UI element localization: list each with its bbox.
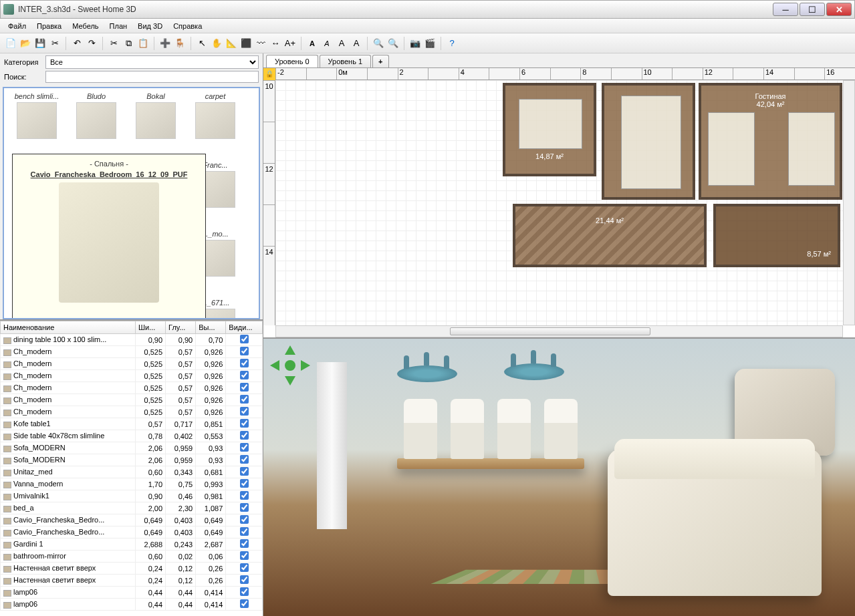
room-living[interactable]: Гостиная 42,04 м² [699, 83, 842, 200]
open-icon[interactable]: 📂 [19, 37, 32, 50]
maximize-button[interactable]: ☐ [800, 3, 825, 16]
visible-checkbox[interactable] [240, 347, 249, 355]
text-icon[interactable]: A+ [283, 37, 297, 50]
table-header[interactable]: Глу... [166, 321, 196, 334]
visible-checkbox[interactable] [240, 443, 249, 452]
visible-checkbox[interactable] [240, 599, 249, 608]
visible-checkbox[interactable] [240, 575, 249, 584]
plan-scrollbar-h[interactable] [275, 325, 843, 337]
tab-level1[interactable]: Уровень 1 [320, 55, 372, 67]
video-icon[interactable]: 🎬 [423, 37, 437, 50]
italic-icon[interactable]: A [320, 37, 334, 50]
minimize-button[interactable]: ─ [773, 3, 798, 16]
room-hall[interactable]: 21,44 м² [513, 204, 707, 267]
polyline-icon[interactable]: 〰 [254, 37, 267, 50]
table-header[interactable]: Вы... [196, 321, 226, 334]
bold-icon[interactable]: A [306, 37, 319, 50]
select-icon[interactable]: ↖ [195, 37, 209, 50]
visible-checkbox[interactable] [240, 467, 249, 476]
photo-icon[interactable]: 📷 [408, 37, 422, 50]
visible-checkbox[interactable] [240, 407, 249, 416]
visible-checkbox[interactable] [240, 371, 249, 379]
dimension-icon[interactable]: ↔ [269, 37, 282, 50]
wall-icon[interactable]: 📐 [225, 37, 238, 50]
help-icon[interactable]: ? [445, 37, 459, 50]
table-row[interactable]: Gardini 1 2,6880,2432,687 [1, 538, 263, 551]
visible-checkbox[interactable] [240, 491, 249, 500]
visible-checkbox[interactable] [240, 419, 249, 428]
visible-checkbox[interactable] [240, 383, 249, 392]
catalog-list[interactable]: bench slimli...BludoBokalcarpetCa...Fran… [3, 87, 260, 319]
cut-icon[interactable]: ✂ [107, 37, 120, 50]
new-icon[interactable]: 📄 [4, 37, 17, 50]
copy-icon[interactable]: ⧉ [122, 37, 135, 50]
table-row[interactable]: Ch_modern 0,5250,570,926 [1, 406, 263, 418]
room-dining[interactable] [602, 83, 695, 200]
table-row[interactable]: Vanna_modern 1,700,750,993 [1, 478, 263, 490]
catalog-item[interactable]: carpet [187, 92, 244, 159]
plan-scrollbar-v[interactable] [843, 80, 855, 325]
table-row[interactable]: Ch_modern 0,5250,570,926 [1, 346, 263, 358]
catalog-item[interactable]: Bokal [127, 92, 185, 159]
nav-down-icon[interactable] [285, 376, 295, 386]
add-furniture-icon[interactable]: ➕ [158, 37, 172, 50]
menu-help[interactable]: Справка [168, 20, 207, 32]
room-icon[interactable]: ⬛ [239, 37, 253, 50]
import-furniture-icon[interactable]: 🪑 [173, 37, 187, 50]
visible-checkbox[interactable] [240, 395, 249, 404]
plan-view[interactable]: 🔒 -20м246810121416 101214 14,87 м² Гости… [263, 68, 855, 339]
catalog-item[interactable]: Bludo [68, 92, 125, 159]
table-row[interactable]: Side table 40x78cm slimline 0,780,4020,5… [1, 430, 263, 442]
plan-canvas[interactable]: 14,87 м² Гостиная 42,04 м² 21,44 м² 8,57… [275, 80, 843, 325]
table-header[interactable]: Наименование [1, 321, 136, 334]
table-row[interactable]: Sofa_MODERN 2,060,9590,93 [1, 454, 263, 466]
menu-edit[interactable]: Правка [31, 20, 67, 32]
table-row[interactable]: Cavio_Francheska_Bedro... 0,6490,4030,64… [1, 526, 263, 538]
save-icon[interactable]: 💾 [33, 37, 47, 50]
table-row[interactable]: bathroom-mirror 0,600,020,06 [1, 551, 263, 563]
decrease-icon[interactable]: A [350, 37, 363, 50]
furniture-table[interactable]: НаименованиеШи...Глу...Вы...Види... dini… [0, 319, 263, 616]
menu-file[interactable]: Файл [3, 20, 31, 32]
menu-plan[interactable]: План [104, 20, 133, 32]
search-input[interactable] [45, 71, 259, 83]
visible-checkbox[interactable] [240, 515, 249, 524]
table-row[interactable]: lamp06 0,440,440,414 [1, 587, 263, 599]
room-kitchen[interactable]: 14,87 м² [503, 83, 596, 176]
table-row[interactable]: Настенная светит вверх 0,240,120,26 [1, 575, 263, 587]
visible-checkbox[interactable] [240, 527, 249, 536]
increase-icon[interactable]: A [335, 37, 348, 50]
view3d[interactable] [263, 339, 855, 616]
visible-checkbox[interactable] [240, 587, 249, 596]
visible-checkbox[interactable] [240, 431, 249, 440]
table-row[interactable]: Kofe table1 0,570,7170,851 [1, 418, 263, 430]
tab-level0[interactable]: Уровень 0 [266, 55, 318, 67]
table-row[interactable]: Cavio_Francheska_Bedro... 0,6490,4030,64… [1, 514, 263, 526]
room-bath[interactable]: 8,57 м² [713, 204, 840, 267]
table-header[interactable]: Види... [226, 321, 263, 334]
table-row[interactable]: Ch_modern 0,5250,570,926 [1, 370, 263, 382]
nav-left-icon[interactable] [270, 360, 279, 371]
nav-right-icon[interactable] [301, 360, 310, 371]
nav-3d-widget[interactable] [270, 345, 310, 386]
menu-furniture[interactable]: Мебель [67, 20, 104, 32]
redo-icon[interactable]: ↷ [85, 37, 98, 50]
close-button[interactable]: ✕ [826, 3, 852, 16]
table-row[interactable]: Sofa_MODERN 2,060,9590,93 [1, 442, 263, 454]
table-row[interactable]: bed_a 2,002,301,087 [1, 502, 263, 514]
visible-checkbox[interactable] [240, 563, 249, 572]
tab-add[interactable]: + [372, 55, 388, 67]
nav-center-icon[interactable] [285, 360, 295, 371]
table-row[interactable]: Umivalnik1 0,900,460,981 [1, 490, 263, 502]
lock-icon[interactable]: 🔒 [263, 68, 275, 80]
zoom-in-icon[interactable]: 🔍 [372, 37, 385, 50]
table-header[interactable]: Ши... [135, 321, 165, 334]
pan-icon[interactable]: ✋ [210, 37, 223, 50]
paste-icon[interactable]: 📋 [136, 37, 150, 50]
category-select[interactable]: Все [45, 55, 259, 69]
table-row[interactable]: Ch_modern 0,5250,570,926 [1, 394, 263, 406]
table-row[interactable]: Настенная светит вверх 0,240,120,26 [1, 563, 263, 575]
table-row[interactable]: dining table 100 x 100 slim... 0,900,900… [1, 334, 263, 346]
table-row[interactable]: lamp06 0,440,440,414 [1, 599, 263, 611]
visible-checkbox[interactable] [240, 335, 249, 343]
